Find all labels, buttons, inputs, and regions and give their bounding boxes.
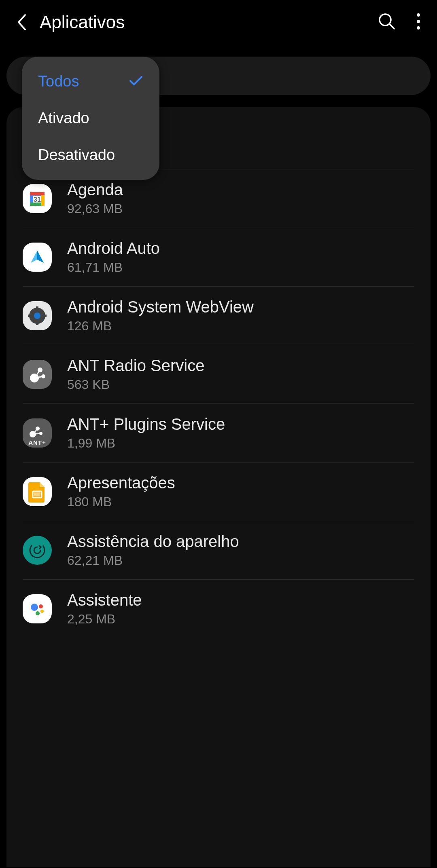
app-info: Assistente 2,25 MB [67,591,414,627]
app-name: ANT Radio Service [67,357,414,375]
svg-point-29 [30,543,45,558]
app-info: Android System WebView 126 MB [67,298,414,334]
search-button[interactable] [378,13,396,32]
svg-rect-16 [43,315,47,317]
dropdown-label: Desativado [38,146,115,164]
app-info: Assistência do aparelho 62,21 MB [67,532,414,568]
svg-point-33 [36,611,40,615]
app-row-device-assist[interactable]: Assistência do aparelho 62,21 MB [23,521,414,579]
app-info: Android Auto 61,71 MB [67,239,414,275]
app-row-assistant[interactable]: Assistente 2,25 MB [23,579,414,638]
more-button[interactable] [416,13,421,32]
calendar-icon: 31 [23,184,52,213]
app-size: 180 MB [67,494,414,509]
app-size: 92,63 MB [67,201,414,216]
app-name: Assistência do aparelho [67,532,414,551]
svg-point-1 [417,13,420,17]
ant-plus-icon: ANT+ [23,418,52,448]
app-name: Agenda [67,181,414,199]
svg-rect-15 [28,315,31,317]
svg-text:31: 31 [34,196,41,203]
check-icon [129,73,143,90]
device-assist-icon [23,536,52,565]
app-name: Assistente [67,591,414,609]
app-row-ant-plus[interactable]: ANT+ ANT+ Plugins Service 1,99 MB [23,403,414,462]
app-list: 31 Agenda 92,63 MB Android Auto 61,71 MB [6,169,431,638]
more-vert-icon [416,13,421,30]
app-name: Android Auto [67,239,414,258]
svg-point-12 [34,313,40,319]
gear-icon [23,301,52,330]
svg-rect-28 [34,492,40,496]
dropdown-item-enabled[interactable]: Ativado [22,100,159,137]
dropdown-item-disabled[interactable]: Desativado [22,137,159,173]
svg-point-32 [40,610,44,613]
app-name: ANT+ Plugins Service [67,415,414,433]
app-size: 126 MB [67,319,414,334]
app-row-webview[interactable]: Android System WebView 126 MB [23,286,414,345]
svg-point-3 [417,26,420,30]
page-title: Aplicativos [40,12,378,32]
svg-point-30 [31,604,38,611]
svg-rect-9 [30,192,45,195]
back-button[interactable] [16,13,28,31]
content-panel: do Android 31 Agenda 92,63 MB [6,107,431,867]
app-name: Android System WebView [67,298,414,316]
android-auto-icon [23,243,52,272]
app-size: 62,21 MB [67,553,414,568]
svg-rect-13 [36,306,38,310]
app-bar: Aplicativos [0,0,437,49]
app-info: Agenda 92,63 MB [67,181,414,216]
dropdown-label: Ativado [38,110,89,127]
ant-icon [23,360,52,389]
app-name: Apresentações [67,474,414,492]
app-row-ant-radio[interactable]: ANT Radio Service 563 KB [23,345,414,403]
app-size: 2,25 MB [67,612,414,627]
app-info: ANT+ Plugins Service 1,99 MB [67,415,414,451]
svg-point-31 [39,604,43,608]
app-size: 61,71 MB [67,260,414,275]
app-size: 563 KB [67,377,414,392]
assistant-icon [23,594,52,623]
svg-point-2 [417,20,420,23]
app-row-android-auto[interactable]: Android Auto 61,71 MB [23,228,414,286]
header-actions [378,13,421,32]
app-row-slides[interactable]: Apresentações 180 MB [23,462,414,521]
chevron-left-icon [16,13,28,31]
search-icon [378,13,396,30]
filter-dropdown: Todos Ativado Desativado [22,57,159,180]
slides-icon [23,477,52,506]
svg-rect-14 [36,322,38,325]
app-info: Apresentações 180 MB [67,474,414,509]
dropdown-item-all[interactable]: Todos [22,63,159,100]
app-info: ANT Radio Service 563 KB [67,357,414,392]
app-size: 1,99 MB [67,436,414,451]
dropdown-label: Todos [38,73,79,90]
